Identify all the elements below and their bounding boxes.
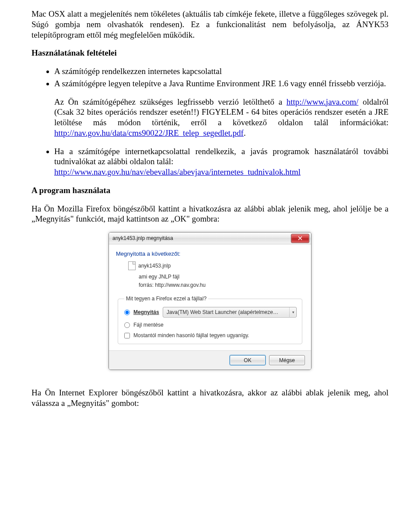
usage-heading: A program használata <box>32 185 388 196</box>
file-type: JNLP fájl <box>158 274 179 280</box>
open-radio[interactable] <box>124 310 130 315</box>
file-meta: ami egy JNLP fájl forrás: http://www.nav… <box>139 273 304 289</box>
save-label: Fájl mentése <box>133 322 164 328</box>
jre-segedlet-link[interactable]: http://nav.gov.hu/data/cms90022/JRE_tele… <box>54 128 244 137</box>
titlebar: anyk1453.jnlp megnyitása <box>109 233 311 244</box>
chevron-down-icon: ▾ <box>289 307 294 317</box>
open-file-dialog: anyk1453.jnlp megnyitása Megnyitotta a k… <box>108 232 312 370</box>
dropdown-value: Java(TM) Web Start Launcher (alapértelme… <box>167 309 278 315</box>
text: Ha a számítógépe internetkapcsolattal re… <box>54 147 388 166</box>
conditions-list: A számítógép rendelkezzen internetes kap… <box>32 66 388 89</box>
group-legend: Mit tegyen a Firefox ezzel a fájllal? <box>124 296 208 302</box>
close-button[interactable] <box>291 234 309 243</box>
file-source: http://www.nav.gov.hu <box>155 282 206 288</box>
list-item: Ha a számítógépe internetkapcsolattal re… <box>54 146 388 177</box>
file-name: anyk1453.jnlp <box>138 263 171 269</box>
ie-instructions: Ha Ön Internet Explorer böngészőből katt… <box>32 388 388 409</box>
text: forrás: <box>139 282 154 288</box>
ok-button[interactable]: OK <box>230 355 266 365</box>
java-link[interactable]: http://www.java.com/ <box>287 97 358 106</box>
remember-checkbox[interactable] <box>124 333 130 338</box>
action-group: Mit tegyen a Firefox ezzel a fájllal? Me… <box>118 296 302 344</box>
list-item: A számítógép rendelkezzen internetes kap… <box>54 66 388 77</box>
more-info-list: Ha a számítógépe internetkapcsolattal re… <box>32 146 388 177</box>
cancel-button[interactable]: Mégse <box>269 355 305 365</box>
text: Az Ön számítógépéhez szükséges legfrisse… <box>54 97 287 106</box>
tudnivalok-link[interactable]: http://www.nav.gov.hu/nav/ebevallas/abev… <box>54 167 301 176</box>
dialog-title: anyk1453.jnlp megnyitása <box>112 235 173 241</box>
firefox-instructions: Ha Ön Mozilla Firefox böngészőből kattin… <box>32 204 388 225</box>
application-dropdown[interactable]: Java(TM) Web Start Launcher (alapértelme… <box>163 307 297 317</box>
list-item: A számítógépre legyen telepítve a Java R… <box>54 78 388 89</box>
close-icon <box>298 236 302 240</box>
text: . <box>244 128 246 137</box>
save-radio[interactable] <box>124 322 130 328</box>
text: ami egy <box>139 274 157 280</box>
file-icon <box>128 261 136 270</box>
remember-label: Mostantól minden hasonló fájllal tegyen … <box>133 332 249 338</box>
open-label: Megnyitás <box>133 309 159 315</box>
opened-heading: Megnyitotta a következőt: <box>116 250 304 257</box>
java-download-paragraph: Az Ön számítógépéhez szükséges legfrisse… <box>54 97 388 138</box>
intro-paragraph: Mac OSX alatt a megjelenítés nem tökélet… <box>32 9 388 40</box>
conditions-heading: Használatának feltételei <box>32 48 388 58</box>
